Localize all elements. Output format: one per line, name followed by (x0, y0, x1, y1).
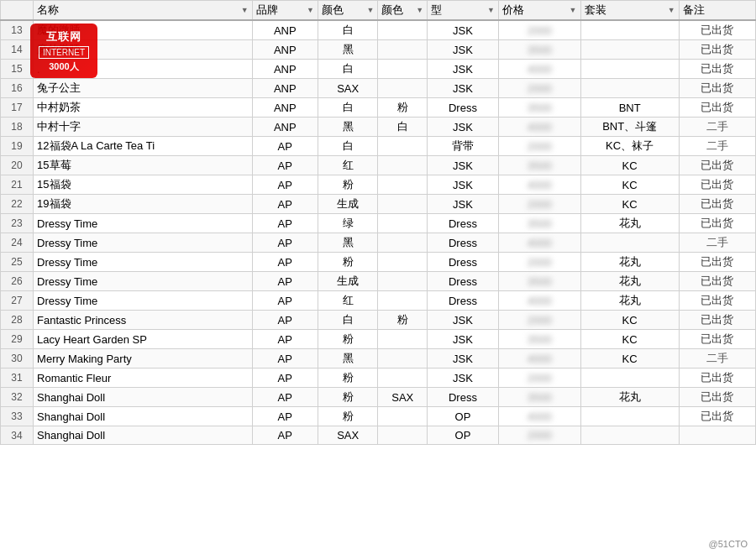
header-col-b[interactable]: 品牌 ▼ (252, 1, 318, 21)
cell-name[interactable]: 12福袋A La Carte Tea Ti (34, 137, 253, 156)
header-col-d[interactable]: 颜色 ▼ (378, 1, 428, 21)
cell-type[interactable]: Dress (428, 98, 499, 118)
cell-set[interactable]: KC (580, 311, 679, 330)
cell-color1[interactable]: 红 (318, 156, 378, 175)
cell-note[interactable]: 已出货 (679, 291, 755, 311)
cell-note[interactable]: 已出货 (679, 195, 755, 214)
cell-type[interactable]: OP (428, 426, 499, 445)
cell-brand[interactable]: ANP (252, 60, 318, 79)
cell-color1[interactable]: 黑 (318, 118, 378, 137)
cell-type[interactable]: Dress (428, 233, 499, 253)
filter-arrow-d[interactable]: ▼ (416, 6, 423, 14)
cell-color2[interactable] (378, 156, 428, 175)
cell-type[interactable]: JSK (428, 368, 499, 388)
cell-color2[interactable]: 粉 (378, 98, 428, 118)
cell-type[interactable]: JSK (428, 156, 499, 175)
table-row[interactable]: 24Dressy TimeAP黑Dress4000二手 (1, 233, 756, 253)
cell-name[interactable]: Merry Making Party (34, 349, 253, 368)
cell-brand[interactable]: ANP (252, 98, 318, 118)
cell-color1[interactable]: 粉 (318, 253, 378, 272)
table-row[interactable]: 18中村十字ANP黑白JSK4000BNT、斗篷二手 (1, 118, 756, 137)
cell-type[interactable]: JSK (428, 60, 499, 79)
cell-type[interactable]: JSK (428, 311, 499, 330)
cell-color2[interactable] (378, 137, 428, 156)
cell-brand[interactable]: ANP (252, 40, 318, 60)
cell-color2[interactable]: 粉 (378, 311, 428, 330)
cell-brand[interactable]: AP (252, 426, 318, 445)
table-row[interactable]: 23Dressy TimeAP绿Dress3500花丸已出货 (1, 214, 756, 233)
cell-brand[interactable]: ANP (252, 79, 318, 98)
cell-color2[interactable] (378, 175, 428, 195)
table-row[interactable]: 25Dressy TimeAP粉Dress2000花丸已出货 (1, 253, 756, 272)
cell-set[interactable] (580, 233, 679, 253)
cell-name[interactable]: Lacy Heart Garden SP (34, 330, 253, 349)
cell-name[interactable]: 中村奶茶 (34, 98, 253, 118)
cell-brand[interactable]: AP (252, 156, 318, 175)
cell-name[interactable]: . (34, 60, 253, 79)
cell-color1[interactable]: 粉 (318, 175, 378, 195)
table-row[interactable]: 14魔的微睡ANP黑JSK3500已出货 (1, 40, 756, 60)
cell-color1[interactable]: 白 (318, 20, 378, 40)
cell-note[interactable] (679, 426, 755, 445)
cell-set[interactable]: BNT (580, 98, 679, 118)
table-row[interactable]: 17中村奶茶ANP白粉Dress3500BNT已出货 (1, 98, 756, 118)
cell-set[interactable]: KC (580, 156, 679, 175)
cell-set[interactable]: 花丸 (580, 272, 679, 291)
cell-set[interactable] (580, 407, 679, 426)
cell-color1[interactable]: 黑 (318, 349, 378, 368)
cell-color1[interactable]: 粉 (318, 368, 378, 388)
cell-color1[interactable]: 白 (318, 311, 378, 330)
cell-brand[interactable]: AP (252, 291, 318, 311)
cell-set[interactable] (580, 20, 679, 40)
cell-set[interactable]: 花丸 (580, 388, 679, 407)
cell-type[interactable]: Dress (428, 214, 499, 233)
header-col-a[interactable]: 名称 ▼ (34, 1, 253, 21)
filter-arrow-g[interactable]: ▼ (668, 6, 675, 14)
table-row[interactable]: 33Shanghai DollAP粉OP4000已出货 (1, 407, 756, 426)
cell-name[interactable]: Dressy Time (34, 233, 253, 253)
cell-note[interactable]: 已出货 (679, 175, 755, 195)
table-row[interactable]: 2015草莓AP红JSK3500KC已出货 (1, 156, 756, 175)
cell-color1[interactable]: 粉 (318, 330, 378, 349)
cell-brand[interactable]: AP (252, 311, 318, 330)
cell-set[interactable]: KC (580, 349, 679, 368)
cell-type[interactable]: Dress (428, 388, 499, 407)
table-row[interactable]: 2219福袋AP生成JSK2000KC已出货 (1, 195, 756, 214)
cell-note[interactable]: 已出货 (679, 20, 755, 40)
table-row[interactable]: 34Shanghai DollAPSAXOP2000 (1, 426, 756, 445)
cell-color2[interactable] (378, 60, 428, 79)
cell-type[interactable]: JSK (428, 195, 499, 214)
cell-name[interactable]: Shanghai Doll (34, 407, 253, 426)
cell-type[interactable]: JSK (428, 330, 499, 349)
cell-name[interactable]: 19福袋 (34, 195, 253, 214)
cell-name[interactable]: Fantastic Princess (34, 311, 253, 330)
cell-brand[interactable]: ANP (252, 118, 318, 137)
cell-set[interactable]: KC (580, 175, 679, 195)
table-row[interactable]: 1912福袋A La Carte Tea TiAP白背带2000KC、袜子二手 (1, 137, 756, 156)
cell-note[interactable]: 已出货 (679, 98, 755, 118)
cell-note[interactable]: 二手 (679, 233, 755, 253)
cell-color1[interactable]: 红 (318, 291, 378, 311)
cell-name[interactable]: Dressy Time (34, 291, 253, 311)
cell-set[interactable]: KC、袜子 (580, 137, 679, 156)
cell-color2[interactable] (378, 407, 428, 426)
cell-color2[interactable] (378, 272, 428, 291)
cell-note[interactable]: 已出货 (679, 253, 755, 272)
cell-color2[interactable] (378, 214, 428, 233)
cell-note[interactable]: 已出货 (679, 368, 755, 388)
header-col-h[interactable]: 备注 (679, 1, 755, 21)
cell-color2[interactable] (378, 233, 428, 253)
cell-set[interactable] (580, 40, 679, 60)
cell-note[interactable]: 二手 (679, 349, 755, 368)
filter-arrow-c[interactable]: ▼ (367, 6, 375, 14)
cell-color2[interactable] (378, 20, 428, 40)
cell-set[interactable] (580, 79, 679, 98)
cell-color1[interactable]: 白 (318, 137, 378, 156)
table-row[interactable]: 29Lacy Heart Garden SPAP粉JSK3500KC已出货 (1, 330, 756, 349)
cell-name[interactable]: 15草莓 (34, 156, 253, 175)
cell-note[interactable]: 已出货 (679, 79, 755, 98)
cell-brand[interactable]: AP (252, 330, 318, 349)
cell-set[interactable] (580, 426, 679, 445)
cell-type[interactable]: JSK (428, 79, 499, 98)
cell-color1[interactable]: SAX (318, 79, 378, 98)
